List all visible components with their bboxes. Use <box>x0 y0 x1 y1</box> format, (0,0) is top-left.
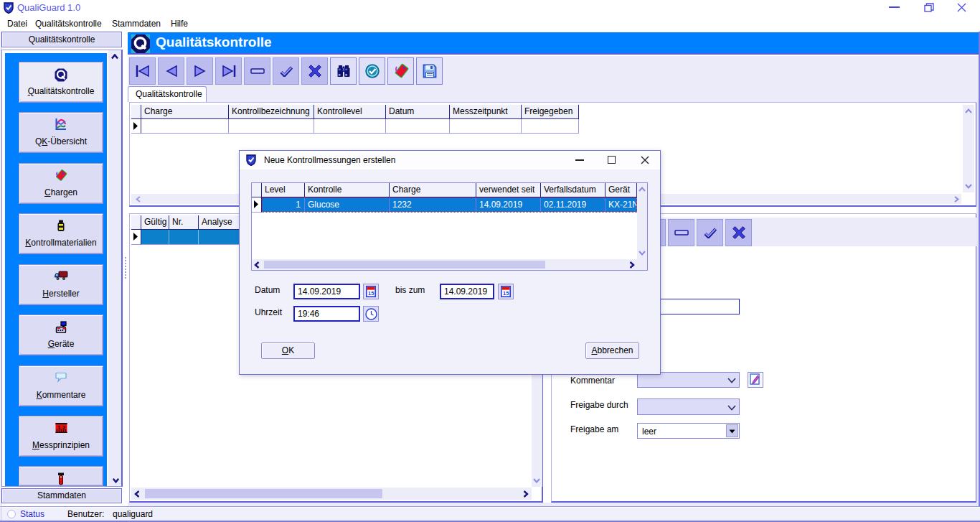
svg-text:15: 15 <box>503 290 509 297</box>
svg-text:15: 15 <box>368 290 374 297</box>
